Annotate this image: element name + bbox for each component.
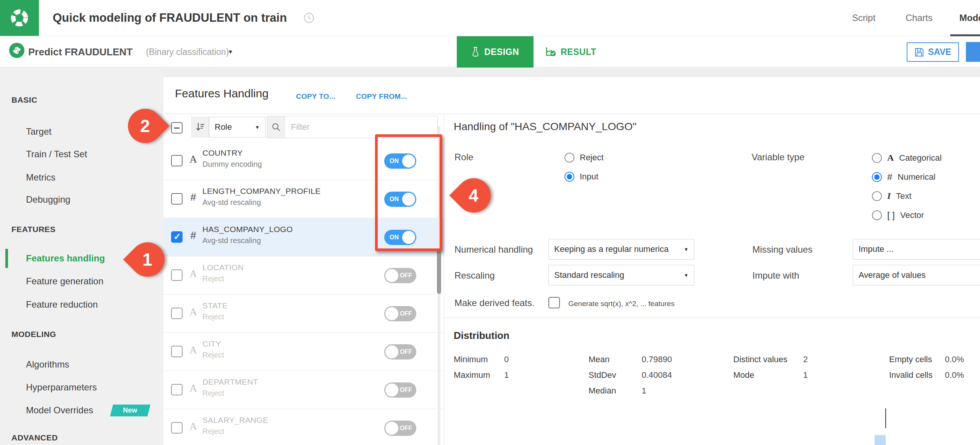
radio-icon[interactable]	[564, 153, 574, 163]
radio-icon[interactable]	[872, 210, 882, 220]
distribution-heading: Distribution	[454, 330, 509, 342]
categorical-type-icon: A	[887, 153, 894, 163]
sort-field-select[interactable]: Role ▼	[209, 117, 265, 137]
categorical-type-icon: A	[187, 306, 199, 318]
feature-row-city[interactable]: A CITY Reject OFF	[163, 333, 444, 371]
vtype-option-text[interactable]: I Text	[872, 191, 912, 201]
segmented-ring-icon	[9, 7, 30, 29]
stat-label: Distinct values	[733, 354, 788, 365]
annotation-rectangle	[375, 134, 442, 251]
sidebar-item-hyperparameters[interactable]: Hyperparameters	[26, 382, 97, 393]
numerical-handling-select[interactable]: Keeping as a regular numerica ▼	[548, 239, 694, 260]
role-label: Role	[454, 152, 473, 163]
feature-toggle[interactable]: OFF	[384, 421, 416, 436]
model-subheader: Predict FRAUDULENT (Binary classificatio…	[0, 36, 980, 68]
scrollbar-thumb[interactable]	[437, 250, 441, 294]
chart-check-icon	[545, 47, 557, 57]
row-checkbox[interactable]	[171, 346, 183, 357]
stat-value: 0.40084	[642, 370, 672, 381]
train-button[interactable]	[966, 42, 980, 62]
model-name[interactable]: Predict FRAUDULENT	[28, 36, 133, 68]
flask-icon	[471, 47, 480, 57]
new-badge: New	[110, 405, 150, 416]
section-basic: BASIC	[11, 95, 37, 105]
row-checkbox[interactable]	[171, 422, 183, 434]
stat-value: 0.79890	[642, 354, 672, 365]
categorical-type-icon: A	[187, 421, 199, 432]
active-item-bar	[5, 249, 8, 268]
handling-title: Handling of "HAS_COMPANY_LOGO"	[454, 121, 636, 133]
tab-result[interactable]: RESULT	[545, 36, 596, 68]
feature-toggle[interactable]: OFF	[384, 382, 416, 398]
stat-label: Mean	[589, 354, 610, 365]
feature-toggle[interactable]: OFF	[384, 306, 416, 321]
sidebar-item-target[interactable]: Target	[26, 126, 52, 137]
floppy-disk-icon	[914, 47, 924, 57]
categorical-type-icon: A	[187, 153, 199, 165]
impute-with-select[interactable]: Average of values	[853, 265, 980, 285]
derived-feats-label: Make derived feats.	[454, 298, 534, 308]
radio-selected-icon[interactable]	[564, 172, 574, 182]
save-button[interactable]: SAVE	[907, 42, 959, 62]
stat-label: Invalid cells	[889, 370, 933, 381]
row-checkbox[interactable]	[171, 155, 183, 166]
stat-label: Minimum	[454, 354, 488, 365]
numerical-type-icon: #	[187, 230, 199, 242]
vtype-option-vector[interactable]: [ ] Vector	[872, 210, 924, 221]
sidebar-item-debugging[interactable]: Debugging	[26, 194, 70, 205]
toolbar-divider	[163, 114, 980, 114]
histogram-axis-line	[885, 408, 886, 428]
vtype-option-categorical[interactable]: A Categorical	[872, 153, 942, 163]
select-all-checkbox[interactable]	[171, 122, 183, 134]
sidebar-item-feature-reduction[interactable]: Feature reduction	[26, 299, 98, 310]
stat-label: Maximum	[454, 370, 490, 381]
sidebar-item-algorithms[interactable]: Algorithms	[26, 359, 69, 370]
clock-icon	[304, 13, 314, 23]
impute-with-label: Impute with	[752, 270, 799, 281]
sort-icon	[195, 122, 205, 132]
row-checkbox[interactable]	[171, 308, 183, 319]
radio-icon[interactable]	[872, 191, 882, 201]
tab-charts[interactable]: Charts	[906, 0, 933, 36]
copy-from-button[interactable]: COPY FROM...	[356, 92, 407, 101]
tab-script[interactable]: Script	[852, 0, 875, 36]
row-checkbox[interactable]	[171, 384, 183, 395]
tab-design[interactable]: DESIGN	[457, 36, 534, 68]
feature-row-department[interactable]: A DEPARTMENT Reject OFF	[163, 371, 444, 409]
role-option-reject[interactable]: Reject	[564, 153, 603, 163]
derived-feats-checkbox[interactable]	[548, 297, 560, 308]
model-type: (Binary classification)	[146, 36, 229, 68]
feature-toggle[interactable]: OFF	[384, 344, 416, 360]
tab-models[interactable]: Models	[959, 0, 980, 36]
sidebar-item-metrics[interactable]: Metrics	[26, 172, 55, 183]
feature-row-salary-range[interactable]: A SALARY_RANGE Reject OFF	[163, 409, 444, 445]
stat-value: 1	[504, 370, 509, 381]
model-dropdown-caret-icon[interactable]: ▼	[228, 36, 233, 68]
app-window: Quick modeling of FRAUDULENT on train Sc…	[0, 0, 980, 445]
text-type-icon: I	[887, 191, 891, 201]
sidebar-item-feature-generation[interactable]: Feature generation	[26, 276, 103, 287]
stat-value: 0	[504, 354, 509, 365]
sidebar-item-features-handling[interactable]: Features handling	[26, 253, 105, 264]
vtype-option-numerical[interactable]: # Numerical	[872, 172, 935, 182]
feature-row-location[interactable]: A LOCATION Reject OFF	[163, 256, 444, 295]
sort-button[interactable]	[191, 117, 209, 137]
section-divider	[444, 318, 980, 318]
role-option-input[interactable]: Input	[564, 172, 598, 182]
stat-value: 1	[642, 385, 646, 396]
top-header: Quick modeling of FRAUDULENT on train Sc…	[0, 0, 980, 36]
rescaling-select[interactable]: Standard rescaling ▼	[548, 265, 694, 285]
row-checkbox[interactable]	[171, 231, 183, 243]
row-checkbox[interactable]	[171, 269, 183, 281]
copy-to-button[interactable]: COPY TO...	[296, 92, 336, 101]
missing-values-select[interactable]: Impute ...	[853, 239, 980, 260]
stat-label: Median	[589, 385, 616, 396]
sidebar-item-model-overrides[interactable]: Model Overrides	[26, 405, 93, 416]
radio-icon[interactable]	[872, 153, 882, 163]
row-checkbox[interactable]	[171, 193, 183, 205]
sidebar-item-train-test-set[interactable]: Train / Test Set	[26, 148, 87, 160]
dataiku-logo-icon[interactable]	[0, 0, 39, 36]
feature-row-state[interactable]: A STATE Reject OFF	[163, 295, 444, 333]
feature-toggle[interactable]: OFF	[384, 268, 416, 283]
radio-selected-icon[interactable]	[872, 172, 882, 182]
